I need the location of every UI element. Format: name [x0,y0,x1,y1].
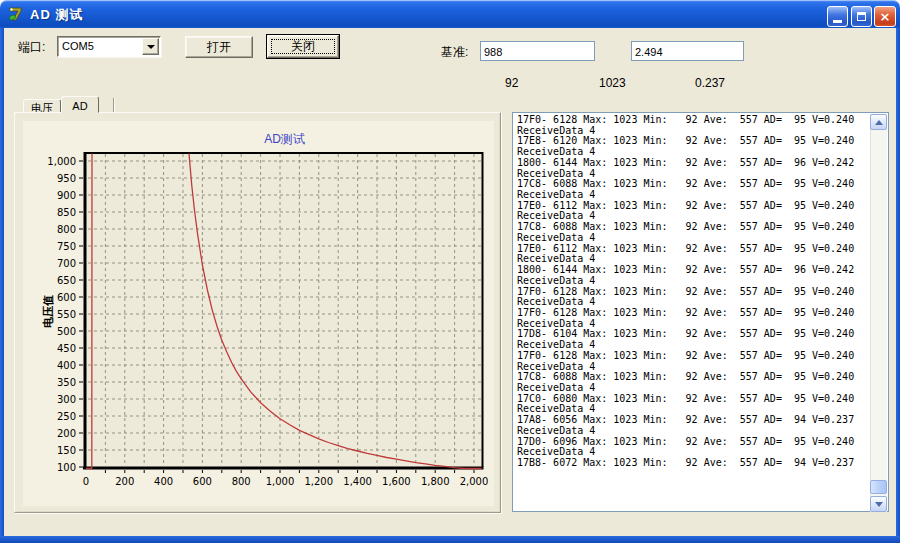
stat-voltage-value: 0.237 [695,76,725,90]
y-tick-label: 650 [57,275,76,286]
window-title: AD 测试 [30,6,83,24]
scrollbar-up-button[interactable] [870,114,887,130]
focus-rectangle [271,39,335,54]
log-line: ReceiveData 4 [517,276,869,287]
close-port-button[interactable]: 关闭 [267,35,339,58]
port-label: 端口: [18,39,45,56]
y-tick-label: 450 [57,343,76,354]
y-tick-label: 150 [57,445,76,456]
y-tick-label: 550 [57,309,76,320]
y-tick-label: 600 [57,292,76,303]
reference-ad-input[interactable] [480,41,595,61]
y-tick-label: 800 [57,224,76,235]
y-tick-label: 400 [57,360,76,371]
chevron-down-icon [875,502,883,507]
ad-chart: AD测试 电压值 02004006008001,0001,2001,4001,6… [23,121,494,506]
x-tick-label: 1,800 [421,476,450,487]
x-tick-label: 600 [193,476,212,487]
tab-voltage[interactable]: 电压 [23,99,61,113]
y-tick-label: 950 [57,173,76,184]
plot-area [86,153,483,467]
log-listbox[interactable]: 17F0- 6128 Max: 1023 Min: 92 Ave: 557 AD… [512,112,889,512]
port-combobox-value: COM5 [62,40,94,52]
y-tick-label: 900 [57,190,76,201]
open-port-button[interactable]: 打开 [185,36,253,58]
tab-ad[interactable]: AD [61,96,99,113]
window-border-right [896,28,900,536]
close-icon: × [880,10,891,23]
app-icon [8,6,24,22]
log-line: 17F0- 6128 Max: 1023 Min: 92 Ave: 557 AD… [517,351,869,362]
x-tick-label: 1,200 [304,476,333,487]
reference-voltage-input[interactable] [631,41,744,61]
x-tick-label: 400 [154,476,173,487]
y-tick-label: 500 [57,326,76,337]
x-tick-label: 1,600 [382,476,411,487]
plot-svg: 02004006008001,0001,2001,4001,6001,8002,… [23,121,494,506]
y-tick-label: 100 [57,462,76,473]
maximize-button[interactable] [851,6,872,27]
x-tick-label: 1,000 [266,476,295,487]
minimize-icon [833,20,842,23]
y-tick-label: 300 [57,394,76,405]
maximize-icon [857,12,866,21]
log-line: 17B8- 6072 Max: 1023 Min: 92 Ave: 557 AD… [517,458,869,469]
y-tick-label: 1,000 [47,156,76,167]
scrollbar-thumb[interactable] [870,480,887,494]
x-tick-label: 0 [83,476,89,487]
window-border-bottom [0,536,900,543]
y-tick-label: 250 [57,411,76,422]
log-line: 1800- 6144 Max: 1023 Min: 92 Ave: 557 AD… [517,158,869,169]
y-tick-label: 700 [57,258,76,269]
chevron-up-icon [875,120,883,125]
y-tick-label: 850 [57,207,76,218]
window-title-bar: AD 测试 × [0,0,900,28]
scrollbar-down-button[interactable] [870,496,887,512]
minimize-button[interactable] [827,6,848,27]
y-tick-label: 750 [57,241,76,252]
reference-label: 基准: [441,44,468,61]
log-line: ReceiveData 4 [517,426,869,437]
x-tick-label: 200 [115,476,134,487]
log-scrollbar-track[interactable] [870,114,887,512]
port-combobox[interactable]: COM5 [57,36,161,57]
close-window-button[interactable]: × [874,6,896,27]
stat-min-value: 92 [505,76,518,90]
x-tick-label: 2,000 [460,476,489,487]
y-tick-label: 200 [57,428,76,439]
close-port-button-default-border: 关闭 [266,34,340,59]
stat-max-value: 1023 [599,76,626,90]
x-tick-label: 1,400 [343,476,372,487]
chevron-down-icon [147,45,155,49]
y-tick-label: 350 [57,377,76,388]
port-combobox-dropdown-button[interactable] [142,38,159,55]
tab-page-ad: AD测试 电压值 02004006008001,0001,2001,4001,6… [14,112,501,513]
log-lines: 17F0- 6128 Max: 1023 Min: 92 Ave: 557 AD… [517,115,869,469]
x-tick-label: 800 [232,476,251,487]
tab-strip-divider [113,98,114,112]
